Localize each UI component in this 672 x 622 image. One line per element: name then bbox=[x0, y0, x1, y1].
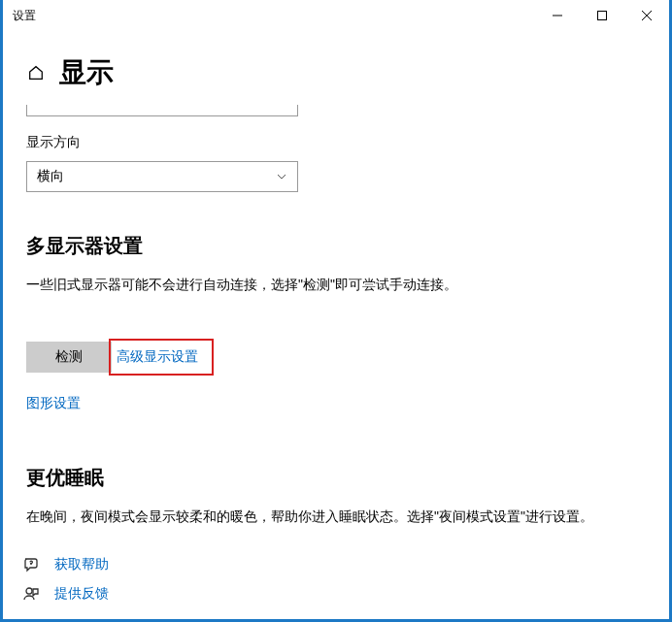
minimize-icon bbox=[553, 11, 562, 20]
minimize-button[interactable] bbox=[535, 0, 580, 31]
get-help-link[interactable]: 获取帮助 bbox=[54, 556, 109, 573]
get-help-row[interactable]: 获取帮助 bbox=[23, 556, 109, 573]
footer-links: 获取帮助 提供反馈 bbox=[23, 556, 109, 603]
multi-display-desc: 一些旧式显示器可能不会进行自动连接，选择"检测"即可尝试手动连接。 bbox=[26, 277, 646, 294]
svg-point-4 bbox=[31, 563, 32, 564]
give-feedback-row[interactable]: 提供反馈 bbox=[23, 585, 109, 603]
advanced-display-link[interactable]: 高级显示设置 bbox=[117, 348, 198, 366]
maximize-icon bbox=[597, 11, 607, 20]
close-button[interactable] bbox=[624, 0, 669, 31]
close-icon bbox=[642, 11, 652, 20]
maximize-button[interactable] bbox=[580, 0, 624, 31]
advanced-display-highlight: 高级显示设置 bbox=[109, 339, 214, 376]
orientation-label: 显示方向 bbox=[26, 134, 646, 151]
multi-display-title: 多显示器设置 bbox=[26, 233, 646, 259]
window-title: 设置 bbox=[13, 8, 535, 24]
page-header: 显示 bbox=[3, 31, 669, 105]
window-controls bbox=[535, 0, 669, 31]
help-icon bbox=[23, 557, 39, 573]
svg-rect-1 bbox=[598, 12, 607, 20]
svg-point-5 bbox=[26, 588, 32, 594]
sleep-desc: 在晚间，夜间模式会显示较柔和的暖色，帮助你进入睡眠状态。选择"夜间模式设置"进行… bbox=[26, 508, 646, 526]
feedback-icon bbox=[23, 586, 39, 602]
page-title: 显示 bbox=[59, 54, 114, 91]
orientation-value: 横向 bbox=[37, 168, 64, 185]
graphics-settings-link[interactable]: 图形设置 bbox=[26, 395, 81, 412]
settings-window: 设置 显示 显示方向 横向 多 bbox=[0, 0, 672, 622]
orientation-dropdown[interactable]: 横向 bbox=[26, 161, 298, 192]
give-feedback-link[interactable]: 提供反馈 bbox=[54, 585, 109, 603]
home-icon[interactable] bbox=[26, 63, 46, 82]
detect-button[interactable]: 检测 bbox=[26, 342, 112, 373]
titlebar: 设置 bbox=[3, 0, 669, 31]
chevron-down-icon bbox=[276, 171, 287, 182]
sleep-title: 更优睡眠 bbox=[26, 465, 646, 491]
content-area: 显示方向 横向 多显示器设置 一些旧式显示器可能不会进行自动连接，选择"检测"即… bbox=[3, 105, 669, 619]
partial-dropdown-bottom[interactable] bbox=[26, 105, 298, 116]
